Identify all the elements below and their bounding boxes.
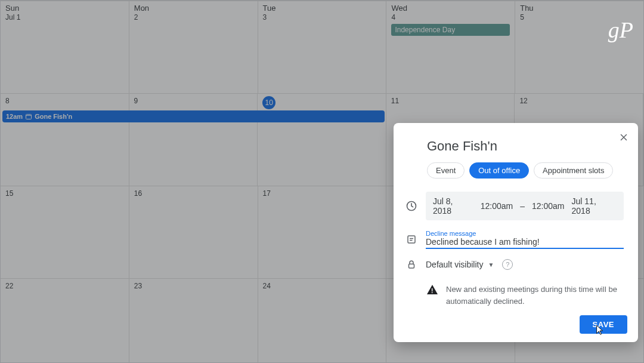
tab-appointment-slots[interactable]: Appointment slots [534, 162, 613, 179]
calendar-day[interactable]: Sun Jul 1 [1, 1, 129, 93]
day-number-today: 10 [262, 96, 275, 109]
notice-text: New and existing meetings during this ti… [446, 284, 624, 307]
end-date: Jul 11, 2018 [572, 196, 617, 216]
svg-rect-3 [408, 236, 415, 243]
lock-icon [405, 259, 417, 270]
svg-rect-0 [26, 115, 32, 119]
calendar-day[interactable]: Tue 3 [258, 1, 387, 93]
chevron-down-icon: ▼ [488, 262, 494, 268]
weekday-label: Wed [391, 4, 510, 13]
decline-message-label: Decline message [426, 230, 624, 237]
day-number: 11 [391, 97, 403, 105]
day-number: 22 [5, 282, 17, 290]
holiday-chip[interactable]: Independence Day [391, 24, 510, 36]
day-number: 23 [134, 282, 146, 290]
calendar-week: Sun Jul 1 Mon 2 Tue 3 Wed 4 Independence… [1, 1, 643, 93]
close-icon [618, 132, 629, 143]
warning-icon [427, 285, 438, 294]
day-number: 8 [5, 97, 17, 105]
calendar-day[interactable]: 16 [129, 186, 258, 278]
weekday-label: Tue [263, 4, 382, 13]
event-title-input[interactable]: Gone Fish'n [394, 134, 638, 161]
day-number: Jul 1 [5, 13, 20, 21]
event-time: 12am [6, 113, 23, 120]
help-icon[interactable]: ? [502, 259, 513, 270]
day-number: 15 [5, 189, 17, 198]
day-number: 2 [134, 13, 146, 21]
end-time: 12:00am [532, 201, 564, 211]
mouse-cursor [595, 324, 605, 337]
calendar-day[interactable]: 23 [129, 279, 258, 363]
day-number: 17 [263, 189, 275, 198]
calendar-event-icon [25, 113, 32, 120]
tab-out-of-office[interactable]: Out of office [469, 162, 529, 179]
visibility-row: Default visibility ▼ ? [394, 254, 638, 275]
day-number: 16 [134, 189, 146, 198]
calendar-day[interactable]: 17 [258, 186, 387, 278]
close-button[interactable] [615, 129, 632, 146]
time-range[interactable]: Jul 8, 2018 12:00am – 12:00am Jul 11, 20… [426, 192, 624, 220]
clock-icon [405, 200, 417, 212]
calendar-day[interactable]: 10 [258, 94, 386, 186]
day-number: 5 [520, 13, 532, 21]
decline-row: Decline message Declined because I am fi… [394, 225, 638, 254]
start-time: 12:00am [481, 201, 513, 211]
out-of-office-event[interactable]: 12am Gone Fish'n [2, 110, 385, 122]
decline-message-field[interactable]: Decline message Declined because I am fi… [426, 230, 624, 249]
day-number: 12 [519, 97, 531, 105]
weekday-label: Mon [134, 4, 253, 13]
weekday-label: Thu [520, 4, 639, 13]
calendar-day[interactable]: 8 [1, 94, 129, 186]
calendar-day[interactable]: 22 [1, 279, 129, 363]
calendar-day[interactable]: 9 [129, 94, 258, 186]
svg-rect-6 [409, 264, 414, 268]
event-title: Gone Fish'n [35, 113, 72, 120]
day-number: 9 [134, 97, 146, 105]
calendar-day[interactable]: Wed 4 Independence Day [386, 1, 515, 93]
calendar-day[interactable]: Thu 5 [515, 1, 643, 93]
visibility-dropdown[interactable]: Default visibility ▼ ? [426, 259, 513, 270]
tab-event[interactable]: Event [427, 162, 465, 179]
day-number: 3 [263, 13, 275, 21]
decline-message-value: Declined because I am fishing! [426, 237, 624, 247]
event-type-tabs: Event Out of office Appointment slots [394, 161, 638, 187]
time-dash: – [520, 201, 525, 211]
day-number: 24 [263, 282, 275, 290]
calendar-day[interactable]: 24 [258, 279, 387, 363]
start-date: Jul 8, 2018 [433, 196, 473, 216]
time-row: Jul 8, 2018 12:00am – 12:00am Jul 11, 20… [394, 187, 638, 225]
day-number: 4 [391, 13, 403, 21]
note-icon [405, 233, 417, 245]
calendar-day[interactable]: Mon 2 [129, 1, 258, 93]
visibility-value: Default visibility [426, 260, 483, 269]
auto-decline-notice: New and existing meetings during this ti… [394, 275, 638, 312]
quick-create-event-modal: Gone Fish'n Event Out of office Appointm… [394, 123, 638, 342]
calendar-day[interactable]: 15 [1, 186, 129, 278]
weekday-label: Sun [5, 4, 124, 13]
